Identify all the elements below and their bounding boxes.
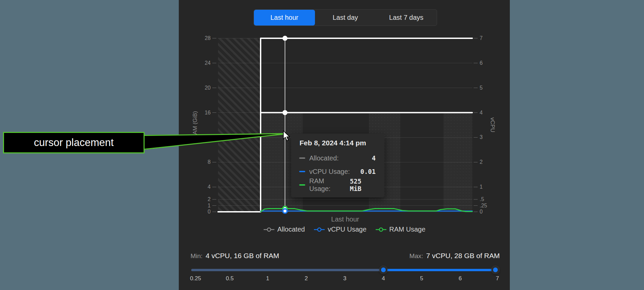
slider-tick-label-7: 7	[487, 275, 507, 282]
y-axis-left-title: RAM (GiB)	[192, 101, 200, 148]
slider-tick-label-5: 5	[412, 275, 432, 282]
slider-tick-label-4: 4	[373, 275, 393, 282]
tooltip-row: vCPU Usage:0.01	[299, 167, 376, 176]
legend-marker-icon	[263, 227, 275, 232]
max-value: 7 vCPU, 28 GB of RAM	[426, 252, 500, 260]
hover-dot	[282, 36, 287, 41]
tooltip-row-label: vCPU Usage:	[309, 168, 350, 176]
slider-tick-label-2: 2	[296, 275, 316, 282]
max-label: Max:	[409, 252, 423, 260]
tab-last-day[interactable]: Last day	[315, 10, 376, 26]
screenshot-root: Last hour Last day Last 7 days RAM (GiB)…	[0, 0, 644, 290]
min-resources: Min: 4 vCPU, 16 GB of RAM	[191, 252, 279, 260]
tab-last-7-days[interactable]: Last 7 days	[376, 10, 437, 26]
slider-tick-label-1: 1	[258, 275, 278, 282]
min-value: 4 vCPU, 16 GB of RAM	[206, 252, 279, 260]
legend-label: RAM Usage	[389, 226, 426, 233]
slider-handle-dot	[493, 268, 498, 272]
hover-dot	[283, 209, 287, 213]
tab-last-hour[interactable]: Last hour	[254, 10, 315, 26]
slider-active-range[interactable]	[383, 269, 495, 271]
cursor-placement-annotation: cursor placement	[3, 132, 145, 153]
slider-handle-min[interactable]	[379, 266, 387, 274]
legend-marker-icon	[314, 227, 325, 232]
hover-dot	[282, 110, 287, 115]
max-resources: Max: 7 vCPU, 28 GB of RAM	[386, 252, 500, 260]
tooltip-rows: Allocated:4vCPU Usage:0.01RAM Usage:525 …	[299, 154, 376, 189]
tooltip-row-value: 525 MiB	[350, 178, 376, 192]
series-swatch-icon	[299, 157, 305, 159]
resource-range-slider[interactable]	[191, 266, 495, 274]
legend-item-allocated: Allocated	[263, 226, 305, 233]
min-label: Min:	[191, 252, 203, 260]
tooltip-row-value: 4	[372, 154, 376, 162]
tooltip-row-value: 0.01	[360, 168, 376, 175]
x-axis-title: Last hour	[312, 215, 379, 223]
slider-tick-label-6: 6	[450, 275, 470, 282]
legend-item-vcpu-usage: vCPU Usage	[314, 226, 367, 233]
series-swatch-icon	[299, 184, 305, 186]
legend-item-ram-usage: RAM Usage	[375, 226, 426, 233]
tooltip-row-label: Allocated:	[309, 154, 339, 162]
tooltip-row-label: RAM Usage:	[309, 177, 346, 193]
annotation-label: cursor placement	[34, 137, 114, 149]
chart-tooltip: Feb 8, 2024 4:14 pm Allocated:4vCPU Usag…	[291, 134, 384, 197]
legend-label: Allocated	[277, 226, 305, 233]
tooltip-row: RAM Usage:525 MiB	[299, 181, 376, 189]
chart-legend: AllocatedvCPU UsageRAM Usage	[179, 226, 510, 233]
no-data-hatched-region	[218, 38, 261, 212]
slider-tick-label-3: 3	[335, 275, 355, 282]
slider-handle-max[interactable]	[491, 266, 499, 274]
slider-handle-dot	[381, 268, 386, 272]
slider-tick-label-0.5: 0.5	[220, 275, 240, 282]
legend-marker-icon	[375, 227, 387, 232]
slider-tick-label-0.25: 0.25	[185, 275, 206, 282]
tooltip-row: Allocated:4	[299, 154, 376, 162]
tooltip-timestamp: Feb 8, 2024 4:14 pm	[300, 139, 376, 147]
time-range-tabs: Last hour Last day Last 7 days	[254, 9, 437, 26]
legend-label: vCPU Usage	[328, 226, 367, 233]
y-axis-right-title: vCPU	[488, 101, 496, 148]
series-swatch-icon	[299, 171, 305, 172]
